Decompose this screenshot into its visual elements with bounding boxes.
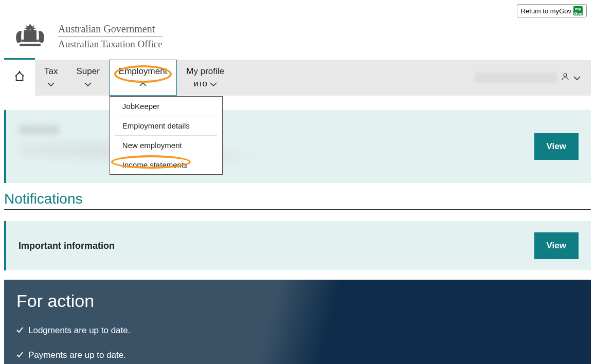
crest-icon — [8, 22, 52, 51]
logo-line-1: Australian Government — [58, 23, 163, 37]
notifications-heading: Notifications — [4, 191, 591, 210]
for-action-panel: For action Lodgments are up to date. Pay… — [4, 280, 591, 364]
chevron-down-icon — [573, 73, 581, 82]
chevron-down-icon — [84, 79, 92, 89]
svg-point-4 — [564, 74, 567, 77]
nav-my-profile[interactable]: My profile ито — [177, 60, 233, 96]
nav-employment-label: Employment — [119, 66, 167, 77]
dropdown-income-statements[interactable]: Income statements — [115, 155, 217, 174]
for-action-heading: For action — [16, 291, 579, 311]
top-banner: View — [4, 110, 591, 183]
chevron-down-icon — [47, 79, 55, 89]
dropdown-new-employment[interactable]: New employment — [115, 136, 217, 155]
svg-rect-1 — [20, 44, 41, 46]
nav-home[interactable] — [4, 60, 35, 96]
banner-view-button[interactable]: View — [534, 133, 579, 160]
nav-tax[interactable]: Tax — [35, 60, 67, 96]
svg-point-3 — [36, 40, 39, 42]
action-item-lodgments: Lodgments are up to date. — [16, 325, 579, 336]
nav-super-label: Super — [76, 66, 99, 77]
user-name-redacted — [475, 72, 557, 83]
site-logo: Australian Government Australian Taxatio… — [0, 17, 595, 60]
nav-super[interactable]: Super — [67, 60, 109, 96]
nav-tax-label: Tax — [44, 66, 58, 77]
important-view-button[interactable]: View — [534, 232, 579, 259]
logo-line-2: Australian Taxation Office — [58, 39, 163, 50]
svg-rect-0 — [24, 30, 37, 42]
return-mygov-label: Return to myGov — [521, 7, 571, 15]
user-icon — [561, 72, 569, 83]
important-info-banner: Important information View — [4, 221, 591, 270]
banner-title-redacted — [19, 125, 60, 135]
check-icon — [16, 325, 23, 336]
svg-point-2 — [22, 40, 24, 42]
check-icon — [16, 350, 23, 360]
main-nav: Tax Super Employment JobKeeper Employmen… — [4, 60, 591, 96]
action-item-payments: Payments are up to date. — [16, 350, 579, 360]
mygov-badge-icon: myGov — [573, 6, 583, 15]
employment-dropdown: JobKeeper Employment details New employm… — [110, 96, 223, 175]
nav-myprofile-label: My profile — [186, 66, 224, 77]
nav-user-menu[interactable] — [475, 60, 591, 96]
home-icon — [14, 71, 25, 85]
dropdown-employment-details[interactable]: Employment details — [115, 116, 217, 136]
dropdown-jobkeeper[interactable]: JobKeeper — [115, 97, 217, 116]
chevron-down-icon: ито — [194, 79, 217, 89]
return-mygov-button[interactable]: Return to myGov myGov — [517, 4, 587, 17]
chevron-up-icon — [139, 79, 147, 89]
nav-employment[interactable]: Employment JobKeeper Employment details … — [109, 60, 177, 96]
important-info-label: Important information — [19, 241, 115, 251]
